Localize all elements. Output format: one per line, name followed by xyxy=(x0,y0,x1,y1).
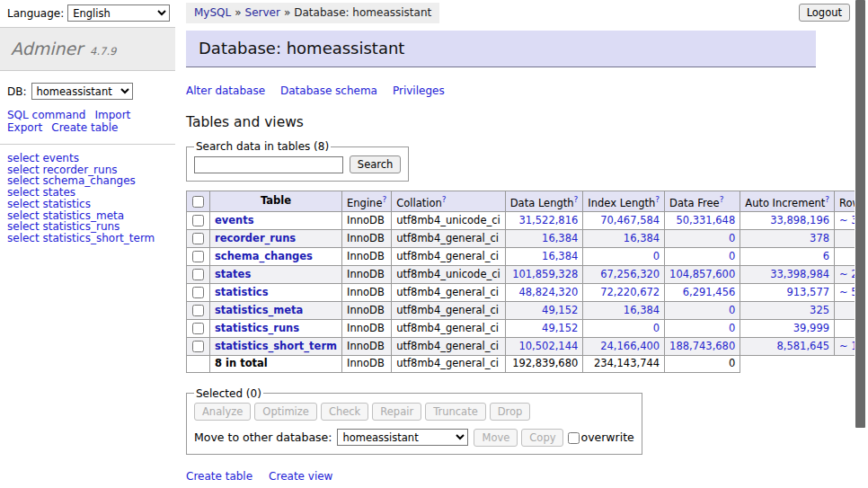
sidebar-action-export[interactable]: Export xyxy=(7,122,42,134)
truncate-button[interactable]: Truncate xyxy=(425,403,486,421)
search-button[interactable]: Search xyxy=(350,155,402,173)
row-checkbox[interactable] xyxy=(192,323,204,334)
language-select[interactable]: English xyxy=(67,4,170,22)
row-checkbox[interactable] xyxy=(192,215,204,226)
logout-button[interactable]: Logout xyxy=(799,4,850,22)
table-name-link[interactable]: statistics_runs xyxy=(215,322,299,334)
create-view-link[interactable]: Create view xyxy=(269,470,332,483)
vertical-scrollbar[interactable] xyxy=(855,0,868,488)
help-link[interactable]: ? xyxy=(825,195,829,204)
table-name-link[interactable]: states xyxy=(215,268,251,280)
table-name-link[interactable]: statistics_meta xyxy=(215,304,303,316)
db-link-alter-database[interactable]: Alter database xyxy=(186,84,265,97)
column-label: Data Free xyxy=(669,197,720,209)
index-length-link[interactable]: 16,384 xyxy=(624,304,660,316)
data-length-link[interactable]: 101,859,328 xyxy=(512,268,578,280)
auto-increment-cell: 39,999 xyxy=(740,320,835,338)
data-free-link[interactable]: 104,857,600 xyxy=(669,268,735,280)
overwrite-checkbox[interactable] xyxy=(568,432,580,444)
help-link[interactable]: ? xyxy=(574,195,579,204)
create-table-link[interactable]: Create table xyxy=(186,470,252,483)
data-free-link[interactable]: 0 xyxy=(729,232,735,244)
breadcrumb-link[interactable]: Server xyxy=(245,6,280,19)
sidebar-item-select-states[interactable]: select states xyxy=(7,187,168,199)
table-name-link[interactable]: schema_changes xyxy=(215,250,313,262)
table-name-cell: events xyxy=(210,212,342,230)
index-length-link[interactable]: 0 xyxy=(653,322,660,334)
sidebar-item-select-statistics_short_term[interactable]: select statistics_short_term xyxy=(7,233,168,244)
help-link[interactable]: ? xyxy=(720,195,724,204)
search-input[interactable] xyxy=(194,156,343,173)
row-select-cell xyxy=(187,338,210,356)
optimize-button[interactable]: Optimize xyxy=(254,403,317,421)
row-checkbox[interactable] xyxy=(192,251,204,262)
row-checkbox[interactable] xyxy=(192,287,204,298)
drop-button[interactable]: Drop xyxy=(490,403,531,421)
db-link-privileges[interactable]: Privileges xyxy=(393,84,445,97)
row-checkbox[interactable] xyxy=(192,233,204,244)
db-select[interactable]: homeassistant xyxy=(31,83,133,100)
data-length-link[interactable]: 10,502,144 xyxy=(518,340,578,352)
repair-button[interactable]: Repair xyxy=(372,403,421,421)
index-length-link[interactable]: 16,384 xyxy=(624,232,660,244)
check-button[interactable]: Check xyxy=(321,403,368,421)
auto-increment-link[interactable]: 39,999 xyxy=(793,322,829,334)
data-length-link[interactable]: 49,152 xyxy=(542,322,578,334)
db-link-database-schema[interactable]: Database schema xyxy=(280,84,377,97)
index-length-link[interactable]: 72,220,672 xyxy=(600,286,660,298)
table-name-link[interactable]: recorder_runs xyxy=(215,232,296,244)
data-free-link[interactable]: 50,331,648 xyxy=(676,214,735,226)
index-length-link[interactable]: 0 xyxy=(653,250,660,262)
data-length-link[interactable]: 16,384 xyxy=(542,232,578,244)
data-free-link[interactable]: 6,291,456 xyxy=(683,286,736,298)
table-name-link[interactable]: events xyxy=(215,214,254,226)
auto-increment-link[interactable]: 325 xyxy=(810,304,829,316)
row-checkbox[interactable] xyxy=(192,305,204,316)
copy-button[interactable]: Copy xyxy=(521,429,563,447)
data-length-link[interactable]: 31,522,816 xyxy=(518,214,578,226)
analyze-button[interactable]: Analyze xyxy=(194,403,251,421)
index-length-link[interactable]: 24,166,400 xyxy=(600,340,660,352)
table-name-link[interactable]: statistics_short_term xyxy=(215,340,337,352)
auto-increment-link[interactable]: 33,898,196 xyxy=(770,214,829,226)
table-name-cell: statistics_meta xyxy=(210,302,342,320)
data-length-link[interactable]: 49,152 xyxy=(542,304,578,316)
sidebar-item-select-events[interactable]: select events xyxy=(7,153,168,164)
select-all-checkbox[interactable] xyxy=(192,196,204,208)
data-length-link[interactable]: 16,384 xyxy=(542,250,578,262)
help-link[interactable]: ? xyxy=(382,195,386,204)
index-length-link[interactable]: 70,467,584 xyxy=(600,214,660,226)
data-free-link[interactable]: 188,743,680 xyxy=(669,340,735,352)
data-free-link[interactable]: 0 xyxy=(729,304,735,316)
scrollbar-thumb[interactable] xyxy=(855,0,865,428)
table-name-cell: statistics xyxy=(210,284,342,302)
auto-increment-link[interactable]: 913,577 xyxy=(786,286,829,298)
sidebar-action-import[interactable]: Import xyxy=(94,110,130,121)
help-link[interactable]: ? xyxy=(655,195,660,204)
data-free-link[interactable]: 0 xyxy=(729,250,735,262)
auto-increment-link[interactable]: 33,398,984 xyxy=(770,268,829,280)
data-free-cell: 104,857,600 xyxy=(665,266,740,284)
app-version[interactable]: 4.7.9 xyxy=(90,45,116,58)
move-db-select[interactable]: homeassistant xyxy=(337,429,468,446)
index-length-cell: 72,220,672 xyxy=(583,284,665,302)
table-name-link[interactable]: statistics xyxy=(215,286,269,298)
data-length-link[interactable]: 48,824,320 xyxy=(518,286,578,298)
breadcrumb: MySQL»Server»Database: homeassistant xyxy=(186,3,439,23)
move-button[interactable]: Move xyxy=(474,429,518,447)
row-checkbox[interactable] xyxy=(192,341,204,352)
index-length-link[interactable]: 67,256,320 xyxy=(600,268,660,280)
data-free-link[interactable]: 0 xyxy=(729,322,735,334)
sidebar-action-sql-command[interactable]: SQL command xyxy=(7,110,85,121)
engine-cell: InnoDB xyxy=(342,248,392,266)
sidebar-action-create-table[interactable]: Create table xyxy=(51,122,118,134)
table-row: recorder_runsInnoDButf8mb4_general_ci16,… xyxy=(187,230,868,248)
row-checkbox[interactable] xyxy=(192,269,204,280)
auto-increment-link[interactable]: 378 xyxy=(810,232,829,244)
auto-increment-link[interactable]: 6 xyxy=(823,250,829,262)
help-link[interactable]: ? xyxy=(442,195,447,204)
auto-increment-link[interactable]: 8,581,645 xyxy=(777,340,830,352)
sidebar-item-select-statistics[interactable]: select statistics xyxy=(7,199,168,210)
breadcrumb-link[interactable]: MySQL xyxy=(194,6,231,19)
db-select-form: DB:homeassistant xyxy=(0,71,175,100)
